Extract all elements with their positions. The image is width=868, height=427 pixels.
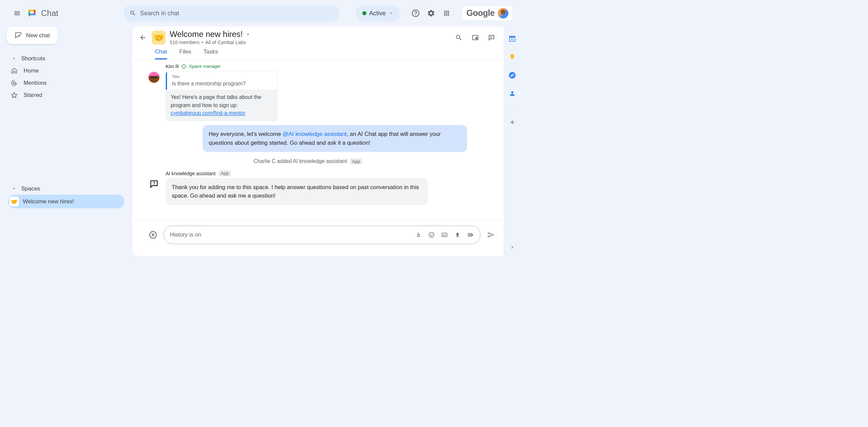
- chevron-down-icon: [12, 186, 16, 191]
- message-bubble: Hey everyone, let's welcome @AI knowledg…: [203, 125, 467, 152]
- app-badge: App: [350, 158, 362, 164]
- message-outgoing: Hey everyone, let's welcome @AI knowledg…: [149, 125, 496, 152]
- apps-button[interactable]: [442, 9, 451, 17]
- sidebar-item-home[interactable]: Home: [8, 65, 124, 77]
- space-title-dropdown[interactable]: Welcome new hires!: [170, 30, 451, 39]
- message-role: Space manager: [189, 64, 221, 69]
- svg-text:GIF: GIF: [443, 234, 446, 236]
- sidebar-item-label: Mentions: [24, 80, 47, 86]
- sidebar-item-mentions[interactable]: Mentions: [8, 77, 124, 89]
- quote-author: You: [172, 74, 272, 79]
- system-message: Charlie C added AI knowledge assistant A…: [149, 158, 496, 164]
- chat-icon: [26, 7, 38, 19]
- home-icon: [11, 67, 18, 75]
- space-meta: 510 members•All of Cymbal Labs: [170, 40, 451, 45]
- add-attachment-button[interactable]: [149, 230, 157, 239]
- app-badge: App: [219, 170, 231, 177]
- reply-text: Yes! Here's a page that talks about the …: [166, 90, 277, 121]
- new-chat-label: New chat: [26, 32, 50, 39]
- upload-button[interactable]: [454, 231, 461, 239]
- manager-badge-icon: [181, 64, 186, 69]
- status-dot-icon: [362, 11, 366, 15]
- main-content: 🤝 Welcome new hires! 510 members•All of …: [132, 26, 504, 256]
- search-placeholder: Search in chat: [140, 10, 179, 17]
- shortcuts-section[interactable]: Shortcuts: [8, 53, 124, 65]
- svg-point-5: [432, 234, 433, 235]
- tasks-button[interactable]: [508, 71, 516, 79]
- svg-text:31: 31: [511, 38, 514, 41]
- sidebar: New chat Shortcuts Home Mentions Starred: [0, 26, 132, 256]
- tab-chat[interactable]: Chat: [155, 48, 167, 59]
- app-logo[interactable]: Chat: [26, 7, 58, 19]
- sidebar-item-label: Home: [24, 67, 39, 74]
- author-avatar[interactable]: ?: [149, 179, 159, 189]
- calendar-button[interactable]: 31: [508, 35, 516, 43]
- at-icon: [11, 79, 18, 87]
- help-button[interactable]: [412, 9, 420, 17]
- emoji-button[interactable]: [428, 231, 435, 239]
- spaces-section[interactable]: Spaces: [8, 183, 124, 195]
- svg-point-4: [430, 234, 431, 235]
- status-dropdown[interactable]: Active: [356, 5, 400, 21]
- space-search-button[interactable]: [455, 34, 463, 42]
- google-account[interactable]: Google: [462, 6, 513, 21]
- mentor-link[interactable]: cymbalgroup.com/find-a-mentor: [171, 110, 245, 116]
- format-button[interactable]: [415, 231, 422, 239]
- main-menu-button[interactable]: [12, 8, 22, 18]
- composer-input[interactable]: History is on GIF: [163, 226, 480, 244]
- chevron-down-icon: [12, 56, 16, 61]
- present-button[interactable]: [471, 34, 479, 42]
- app-name: Chat: [41, 9, 58, 18]
- composer-placeholder: History is on: [170, 231, 415, 238]
- space-tabs: Chat Files Tasks: [132, 45, 504, 60]
- expand-panel-button[interactable]: [509, 244, 515, 250]
- star-icon: [11, 92, 18, 99]
- shortcuts-label: Shortcuts: [21, 55, 45, 62]
- spaces-label: Spaces: [21, 185, 40, 192]
- sidebar-item-starred[interactable]: Starred: [8, 89, 124, 101]
- sidebar-item-label: Starred: [24, 92, 42, 98]
- space-item-welcome[interactable]: 🤝 Welcome new hires!: [8, 195, 124, 208]
- new-chat-icon: [15, 32, 22, 39]
- user-avatar: [498, 8, 508, 18]
- keep-button[interactable]: [508, 53, 516, 61]
- back-button[interactable]: [138, 33, 148, 42]
- get-addons-button[interactable]: [508, 118, 516, 126]
- message-bubble: Thank you for adding me to this space. I…: [165, 178, 428, 205]
- author-avatar[interactable]: [149, 72, 159, 83]
- svg-point-3: [429, 232, 434, 238]
- message-author: Kim R: [165, 64, 179, 69]
- contacts-button[interactable]: [508, 89, 516, 98]
- tab-tasks[interactable]: Tasks: [203, 48, 218, 59]
- space-emoji-icon: 🤝: [9, 197, 19, 206]
- chevron-down-icon: [245, 32, 251, 37]
- mention-link[interactable]: @AI knowledge assistant: [283, 131, 347, 137]
- svg-text:?: ?: [153, 181, 155, 186]
- search-input[interactable]: Search in chat: [123, 5, 339, 21]
- settings-button[interactable]: [427, 9, 435, 17]
- side-panel: 31: [504, 26, 521, 256]
- message-list: Kim R Space manager You Is there a mento…: [132, 60, 504, 220]
- new-chat-button[interactable]: New chat: [6, 26, 58, 44]
- composer: History is on GIF: [132, 219, 504, 256]
- gif-button[interactable]: GIF: [441, 231, 448, 239]
- message: ? AI knowledge assistant App Thank you f…: [149, 170, 496, 205]
- status-label: Active: [369, 10, 386, 17]
- space-avatar: 🤝: [152, 30, 166, 44]
- search-icon: [130, 10, 136, 16]
- quote-text: Is there a mentorship program?: [172, 81, 272, 87]
- svg-rect-0: [476, 37, 477, 39]
- threads-button[interactable]: [488, 34, 496, 42]
- send-button[interactable]: [487, 230, 495, 239]
- chevron-down-icon: [389, 11, 393, 16]
- video-button[interactable]: [467, 231, 474, 239]
- message-author: AI knowledge assistant: [165, 170, 215, 176]
- google-logo: Google: [466, 8, 494, 18]
- tab-files[interactable]: Files: [179, 48, 191, 59]
- reply-card: You Is there a mentorship program? Yes! …: [165, 71, 277, 121]
- message: Kim R Space manager You Is there a mento…: [149, 64, 496, 121]
- space-title: Welcome new hires!: [170, 30, 243, 39]
- space-item-label: Welcome new hires!: [23, 198, 74, 205]
